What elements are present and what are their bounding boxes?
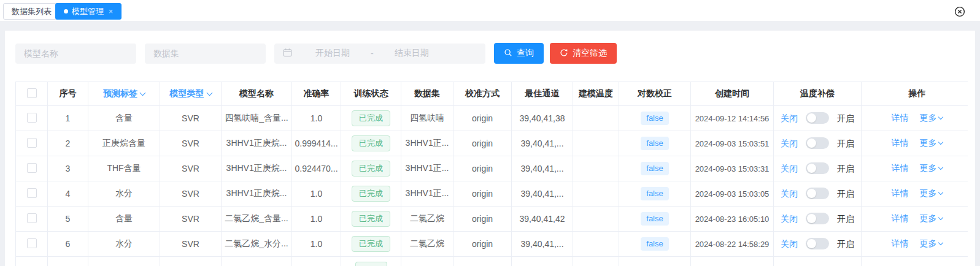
detail-link[interactable]: 详情 [892, 163, 909, 173]
header-prediction-label[interactable]: 预测标签 [88, 82, 160, 106]
toggle-on-label[interactable]: 开启 [837, 189, 854, 199]
status-badge: 已完成 [352, 211, 390, 227]
toggle-on-label[interactable]: 开启 [837, 113, 854, 123]
more-link[interactable]: 更多 [919, 188, 936, 198]
header-index: 序号 [48, 82, 88, 106]
end-date-placeholder[interactable]: 结束日期 [395, 48, 429, 59]
detail-link[interactable]: 详情 [892, 238, 909, 248]
chevron-down-icon[interactable] [938, 190, 943, 195]
cell-select [16, 207, 48, 232]
header-model-type[interactable]: 模型类型 [160, 82, 222, 106]
row-checkbox[interactable] [27, 238, 37, 248]
temp-compensation-toggle[interactable] [806, 137, 829, 149]
more-link[interactable]: 更多 [919, 163, 936, 173]
start-date-placeholder[interactable]: 开始日期 [315, 48, 350, 59]
search-icon [504, 48, 512, 59]
status-badge: 已完成 [352, 161, 390, 177]
cell-select [16, 181, 48, 207]
toggle-off-label[interactable]: 关闭 [781, 164, 798, 173]
chevron-down-icon[interactable] [938, 240, 943, 245]
temp-compensation-toggle[interactable] [806, 238, 829, 249]
cell-prediction-label: 含量 [88, 106, 160, 131]
log-correction-badge: false [641, 112, 668, 125]
chevron-down-icon[interactable] [938, 165, 943, 170]
cell-model-name: 二氯乙烷_含量... [222, 207, 292, 232]
toggle-off-label[interactable]: 关闭 [781, 189, 798, 199]
close-all-tabs-icon[interactable] [954, 6, 965, 17]
date-range-picker[interactable]: 开始日期 - 结束日期 [274, 44, 485, 64]
row-checkbox[interactable] [27, 138, 37, 148]
chevron-down-icon[interactable] [938, 115, 943, 120]
cell-modeling-temperature [573, 131, 619, 156]
cell-actions: 详情 更多 [862, 156, 968, 181]
more-link[interactable]: 更多 [919, 138, 936, 148]
toggle-on-label[interactable]: 开启 [837, 164, 854, 173]
cell-calibration: origin [453, 156, 512, 181]
more-link[interactable]: 更多 [919, 238, 936, 248]
cell-dataset: 四氢呋喃 [401, 106, 453, 131]
cell-index: 5 [48, 207, 88, 232]
row-checkbox[interactable] [27, 163, 37, 173]
chevron-down-icon[interactable] [938, 215, 943, 220]
dataset-input[interactable] [145, 44, 266, 64]
active-tab-dot-icon [64, 9, 68, 13]
cell-model-type: SVR [160, 207, 222, 232]
row-checkbox[interactable] [27, 113, 37, 123]
cell-accuracy: 1.0 [292, 207, 341, 232]
cell-actions: 详情 更多 [862, 207, 968, 232]
cell-log-correction: false [619, 181, 691, 207]
table-row: 6 水分 SVR 二氯乙烷_水分... 1.0 已完成 二氯乙烷 origin … [16, 232, 968, 257]
cell-training-status: 已完成 [341, 181, 401, 207]
cell-dataset: 3HHV1正... [401, 181, 453, 207]
search-button[interactable]: 查询 [494, 43, 544, 64]
detail-link[interactable]: 详情 [892, 188, 909, 198]
toggle-off-label[interactable]: 关闭 [781, 239, 798, 249]
cell-training-status: 已完成 [341, 106, 401, 131]
cell-training-status: 已完成 [341, 156, 401, 181]
cell-model-name: 3HHV1正庚烷... [222, 156, 292, 181]
cell-model-type: SVR [160, 232, 222, 257]
log-correction-badge: false [641, 137, 668, 150]
select-all-checkbox[interactable] [27, 88, 37, 98]
tab-model-management[interactable]: 模型管理 × [55, 3, 122, 20]
header-log-correction: 对数校正 [619, 82, 691, 106]
temp-compensation-toggle[interactable] [806, 112, 829, 124]
cell-accuracy: 1.0 [292, 181, 341, 207]
cell-created-time: 2024-08-23 16:05:10 [691, 207, 774, 232]
cell-accuracy: 1.0 [292, 106, 341, 131]
header-calibration: 校准方式 [453, 82, 512, 106]
cell-temp-compensation: 关闭 开启 [774, 131, 862, 156]
detail-link[interactable]: 详情 [892, 213, 909, 223]
table-header-row: 序号 预测标签 模型类型 模型名称 准确率 训练状态 数据集 校准方式 [16, 82, 968, 106]
toggle-off-label[interactable]: 关闭 [781, 139, 798, 148]
row-checkbox[interactable] [27, 188, 37, 198]
toggle-off-label[interactable]: 关闭 [781, 113, 798, 123]
detail-link[interactable]: 详情 [892, 113, 909, 123]
table-row: 2 正庚烷含量 SVR 3HHV1正庚烷... 0.999414... 已完成 … [16, 131, 968, 156]
model-name-input[interactable] [15, 44, 136, 64]
chevron-down-icon[interactable] [938, 140, 943, 145]
toggle-on-label[interactable]: 开启 [837, 214, 854, 224]
tab-dataset-list[interactable]: 数据集列表 [3, 3, 60, 20]
more-link[interactable]: 更多 [919, 213, 936, 223]
cell-model-name: 3HHV1正庚烷... [222, 131, 292, 156]
cell-select [16, 131, 48, 156]
row-checkbox[interactable] [27, 213, 37, 223]
tab-label: 模型管理 [72, 4, 104, 19]
toggle-on-label[interactable]: 开启 [837, 239, 854, 249]
toggle-on-label[interactable]: 开启 [837, 139, 854, 148]
clear-filter-button[interactable]: 清空筛选 [550, 43, 617, 64]
toggle-knob [807, 189, 816, 198]
temp-compensation-toggle[interactable] [806, 188, 829, 199]
detail-link[interactable]: 详情 [892, 138, 909, 148]
toggle-knob [807, 113, 816, 123]
temp-compensation-toggle[interactable] [806, 162, 829, 174]
cell-temp-compensation: 关闭 开启 [774, 232, 862, 257]
tab-close-icon[interactable]: × [109, 8, 113, 15]
cell-modeling-temperature [573, 106, 619, 131]
more-link[interactable]: 更多 [919, 113, 936, 123]
temp-compensation-toggle[interactable] [806, 213, 829, 224]
cell-training-status: 已完成 [341, 232, 401, 257]
toggle-off-label[interactable]: 关闭 [781, 214, 798, 224]
tab-bar: 数据集列表 模型管理 × [0, 0, 980, 21]
